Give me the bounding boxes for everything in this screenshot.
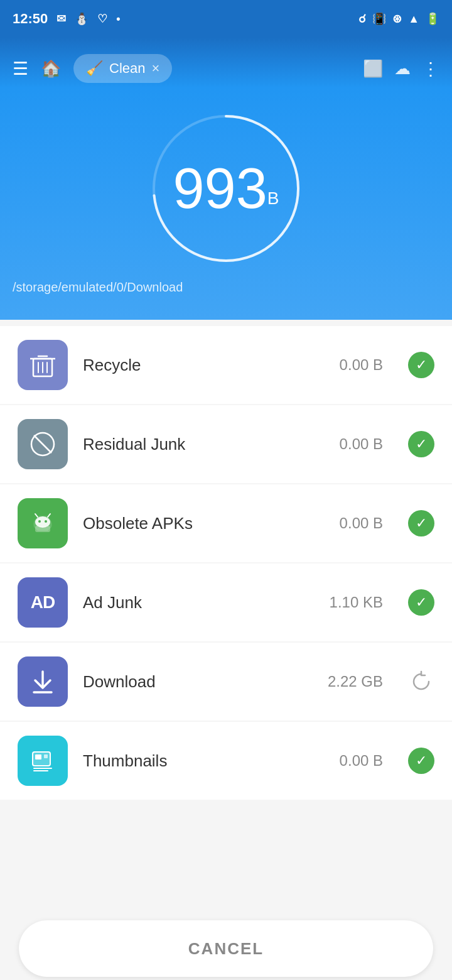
signal-icon: ▲ [408,13,419,26]
thumbnails-size: 0.00 B [340,752,383,770]
svg-line-9 [34,435,51,453]
gmail-icon: ✉ [56,12,66,26]
residual-junk-check[interactable]: ✓ [408,431,434,457]
person-icon: ⛄ [75,12,89,26]
clean-label: Clean [109,60,145,77]
svg-point-11 [38,520,41,523]
status-bar: 12:50 ✉ ⛄ ♡ • ☌ 📳 ⊛ ▲ 🔋 [0,0,452,38]
list-item[interactable]: Obsolete APKs 0.00 B ✓ [0,484,452,562]
residual-junk-icon [18,419,68,469]
residual-junk-size: 0.00 B [340,435,383,453]
bluetooth-icon: ☌ [358,12,366,26]
obsolete-apks-icon [18,498,68,548]
list-section: Recycle 0.00 B ✓ Residual Junk 0.00 B ✓ [0,320,452,807]
clean-broom-icon: 🧹 [86,60,103,77]
list-item[interactable]: Download 2.22 GB [0,643,452,721]
dot-icon: • [116,13,120,26]
storage-unit: B [267,188,279,208]
header-left: ☰ 🏠 🧹 Clean × [13,54,172,83]
heart-icon: ♡ [97,12,107,26]
svg-rect-21 [44,754,48,758]
ad-junk-size: 1.10 KB [330,594,383,611]
svg-rect-20 [35,754,41,760]
vibrate-icon: 📳 [372,12,386,26]
status-right: ☌ 📳 ⊛ ▲ 🔋 [358,12,439,26]
home-icon[interactable]: 🏠 [41,59,61,79]
cancel-button[interactable]: CANCEL [19,920,433,977]
svg-line-14 [48,514,50,517]
status-time: 12:50 [13,11,48,27]
obsolete-apks-label: Obsolete APKs [83,514,325,533]
list-item[interactable]: AD Ad Junk 1.10 KB ✓ [0,564,452,641]
ad-junk-icon: AD [18,577,68,628]
residual-junk-label: Residual Junk [83,435,325,454]
screen-icon[interactable]: ⬜ [363,59,383,79]
thumbnails-icon [18,736,68,786]
list-item[interactable]: Recycle 0.00 B ✓ [0,326,452,404]
list-item[interactable]: Thumbnails 0.00 B ✓ [0,722,452,800]
download-refresh[interactable] [408,668,434,695]
ad-junk-label: Ad Junk [83,593,315,612]
download-size: 2.22 GB [328,673,383,690]
download-label: Download [83,672,313,692]
cancel-bar: CANCEL [0,908,452,980]
obsolete-apks-size: 0.00 B [340,514,383,532]
download-icon [18,656,68,707]
hamburger-menu[interactable]: ☰ [13,58,28,79]
storage-path: /storage/emulated/0/Download [0,280,195,295]
recycle-label: Recycle [83,356,325,375]
status-left: 12:50 ✉ ⛄ ♡ • [13,11,121,27]
hero-section: 993B /storage/emulated/0/Download [0,88,452,320]
svg-point-12 [45,520,47,523]
svg-line-13 [35,514,38,517]
list-item[interactable]: Residual Junk 0.00 B ✓ [0,405,452,483]
recycle-icon [18,340,68,390]
wifi-icon: ⊛ [392,12,402,26]
thumbnails-check[interactable]: ✓ [408,748,434,774]
ad-junk-check[interactable]: ✓ [408,589,434,616]
cloud-icon[interactable]: ☁ [394,59,411,79]
storage-circle: 993B [144,107,308,270]
svg-rect-15 [35,526,50,532]
recycle-check[interactable]: ✓ [408,352,434,378]
recycle-size: 0.00 B [340,356,383,374]
content-spacer [0,807,452,908]
storage-value: 993 [173,157,267,220]
more-options-icon[interactable]: ⋮ [422,58,439,79]
circle-content: 993B [173,160,279,217]
thumbnails-label: Thumbnails [83,751,325,771]
header: ☰ 🏠 🧹 Clean × ⬜ ☁ ⋮ [0,38,452,88]
header-right: ⬜ ☁ ⋮ [363,58,439,79]
obsolete-apks-check[interactable]: ✓ [408,510,434,536]
clean-close-icon[interactable]: × [151,60,159,77]
battery-icon: 🔋 [426,12,439,26]
clean-pill[interactable]: 🧹 Clean × [73,54,172,83]
